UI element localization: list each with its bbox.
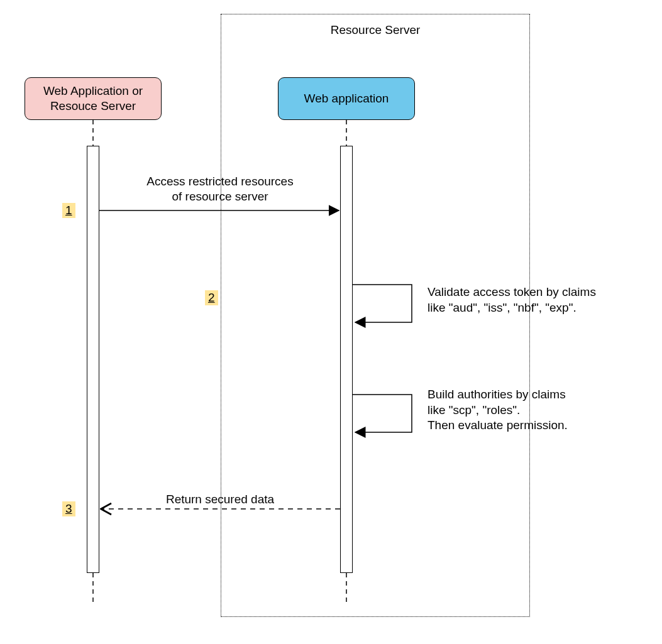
sequence-diagram: Resource Server Web Application or Resou… [0, 0, 662, 644]
activation-right [340, 146, 353, 573]
activation-left [87, 146, 99, 573]
note-build-authorities: Build authorities by claims like "scp", … [428, 387, 641, 434]
participant-left-label: Web Application or Resouce Server [43, 84, 143, 114]
frame-title: Resource Server [221, 23, 529, 37]
note-validate-token: Validate access token by claims like "au… [428, 285, 641, 315]
step-3-badge: 3 [62, 501, 75, 516]
step-2-badge: 2 [205, 290, 218, 305]
message-1-label: Access restricted resources of resource … [116, 174, 324, 204]
message-3-label: Return secured data [145, 492, 295, 507]
participant-right: Web application [278, 77, 415, 120]
participant-left: Web Application or Resouce Server [25, 77, 162, 120]
participant-right-label: Web application [304, 91, 389, 106]
step-1-badge: 1 [62, 203, 75, 218]
